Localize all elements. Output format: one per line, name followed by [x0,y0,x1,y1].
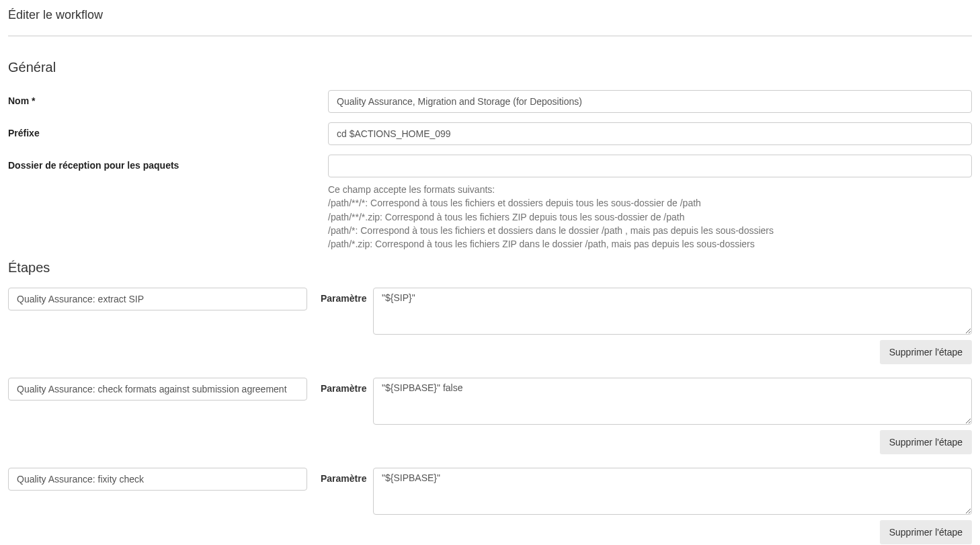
label-reception-folder: Dossier de réception pour les paquets [8,155,328,171]
step-param-label: Paramètre [321,288,373,304]
step-param-textarea[interactable] [373,378,972,425]
help-line-4: /path/*.zip: Correspond à tous les fichi… [328,237,972,251]
row-reception-folder: Dossier de réception pour les paquets Ce… [8,155,972,251]
step-param-label: Paramètre [321,468,373,484]
step-action-select[interactable] [8,378,307,401]
input-name[interactable] [328,90,972,113]
step-param-textarea[interactable] [373,288,972,335]
step-action-select[interactable] [8,288,307,310]
step-param-textarea[interactable] [373,468,972,515]
step-action-select[interactable] [8,468,307,491]
label-prefix: Préfixe [8,122,328,138]
row-name: Nom * [8,90,972,113]
input-reception-folder[interactable] [328,155,972,177]
step-block-1: Paramètre Supprimer l'étape [8,378,972,454]
delete-step-button[interactable]: Supprimer l'étape [880,520,972,544]
help-line-3: /path/*: Correspond à tous les fichiers … [328,224,972,237]
row-prefix: Préfixe [8,122,972,145]
help-intro: Ce champ accepte les formats suivants: [328,183,972,196]
section-steps-heading: Étapes [8,260,972,276]
input-prefix[interactable] [328,122,972,145]
delete-step-button[interactable]: Supprimer l'étape [880,340,972,364]
delete-step-button[interactable]: Supprimer l'étape [880,430,972,454]
step-param-label: Paramètre [321,378,373,394]
step-block-2: Paramètre Supprimer l'étape [8,468,972,544]
help-line-1: /path/**/*: Correspond à tous les fichie… [328,196,972,210]
help-line-2: /path/**/*.zip: Correspond à tous les fi… [328,210,972,224]
page-title: Éditer le workflow [8,8,972,36]
step-block-0: Paramètre Supprimer l'étape [8,288,972,364]
help-reception-folder: Ce champ accepte les formats suivants: /… [328,183,972,251]
label-name: Nom * [8,90,328,106]
section-general-heading: Général [8,60,972,75]
